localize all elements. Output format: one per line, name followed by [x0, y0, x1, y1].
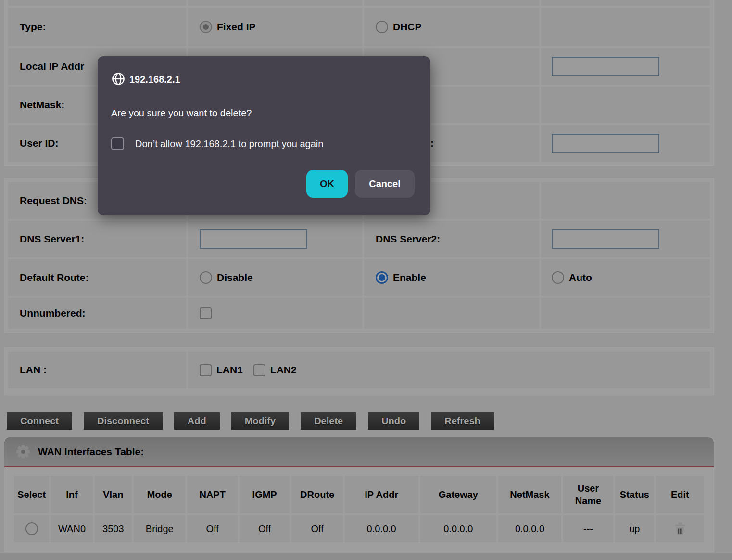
dialog-host-title: 192.168.2.1: [129, 74, 180, 85]
dialog-checkbox-label: Don’t allow 192.168.2.1 to prompt you ag…: [135, 139, 323, 150]
browser-confirm-dialog: 192.168.2.1 Are you sure you want to del…: [98, 56, 430, 215]
dialog-cancel-button[interactable]: Cancel: [355, 170, 415, 198]
router-config-page: Type: Fixed IP DHCP Local IP Addr NetMas…: [0, 0, 732, 560]
dialog-message: Are you sure you want to delete?: [111, 108, 252, 119]
dialog-ok-button[interactable]: OK: [306, 170, 348, 198]
dialog-dont-prompt-checkbox[interactable]: [111, 137, 124, 150]
globe-icon: [112, 72, 125, 86]
